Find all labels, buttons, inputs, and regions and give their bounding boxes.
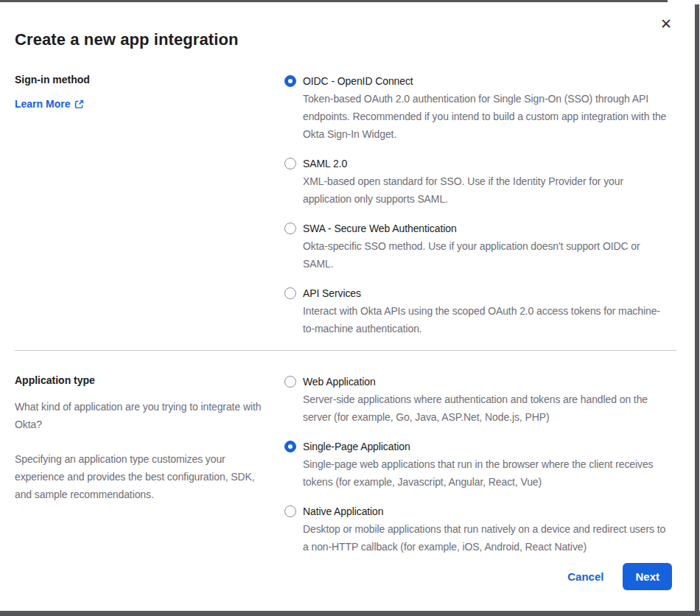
radio-option-native-application[interactable]: Native Application Desktop or mobile app… bbox=[284, 503, 669, 556]
radio-description: Okta-specific SSO method. Use if your ap… bbox=[303, 237, 669, 273]
radio-icon-saml[interactable] bbox=[284, 158, 296, 169]
cancel-button[interactable]: Cancel bbox=[567, 570, 603, 583]
radio-description: Token-based OAuth 2.0 authentication for… bbox=[303, 90, 669, 143]
radio-option-swa[interactable]: SWA - Secure Web Authentication Okta-spe… bbox=[284, 220, 669, 273]
window-edge-bottom bbox=[0, 611, 700, 616]
radio-label: Web Application bbox=[303, 373, 669, 391]
next-button[interactable]: Next bbox=[623, 563, 672, 590]
radio-label: Single-Page Application bbox=[303, 438, 669, 455]
window-edge-right bbox=[695, 4, 699, 616]
radio-icon-oidc[interactable] bbox=[284, 75, 296, 87]
radio-icon-native-application[interactable] bbox=[284, 505, 296, 517]
radio-description: Interact with Okta APIs using the scoped… bbox=[303, 302, 669, 337]
dialog-footer: Cancel Next bbox=[567, 563, 672, 590]
application-type-label: Application type bbox=[15, 373, 274, 388]
sign-in-method-label: Sign-in method bbox=[15, 72, 274, 87]
sign-in-method-section: Sign-in method Learn More bbox=[15, 72, 676, 337]
radio-icon-swa[interactable] bbox=[284, 223, 296, 234]
modal-window: ✕ Create a new app integration Sign-in m… bbox=[0, 0, 700, 616]
learn-more-link[interactable]: Learn More bbox=[15, 98, 84, 110]
application-type-intro-1: What kind of application are you trying … bbox=[15, 398, 274, 433]
radio-option-saml[interactable]: SAML 2.0 XML-based open standard for SSO… bbox=[284, 155, 669, 208]
radio-label: API Services bbox=[303, 284, 669, 302]
dialog-title: Create a new app integration bbox=[15, 29, 676, 50]
radio-label: Native Application bbox=[303, 503, 669, 520]
radio-option-oidc[interactable]: OIDC - OpenID Connect Token-based OAuth … bbox=[284, 72, 669, 143]
radio-option-api-services[interactable]: API Services Interact with Okta APIs usi… bbox=[284, 284, 669, 337]
radio-label: SWA - Secure Web Authentication bbox=[303, 220, 669, 237]
radio-description: Single-page web applications that run in… bbox=[303, 455, 669, 491]
radio-icon-api-services[interactable] bbox=[284, 287, 296, 299]
external-link-icon bbox=[74, 99, 84, 109]
close-icon[interactable]: ✕ bbox=[660, 17, 672, 31]
application-type-options: Web Application Server-side applications… bbox=[284, 373, 669, 556]
learn-more-label: Learn More bbox=[15, 98, 70, 110]
radio-description: Desktop or mobile applications that run … bbox=[303, 520, 669, 556]
create-app-integration-dialog: ✕ Create a new app integration Sign-in m… bbox=[0, 2, 693, 611]
radio-option-web-application[interactable]: Web Application Server-side applications… bbox=[284, 373, 669, 426]
radio-label: OIDC - OpenID Connect bbox=[303, 72, 669, 90]
application-type-section: Application type What kind of applicatio… bbox=[15, 373, 676, 556]
section-divider bbox=[15, 350, 676, 351]
radio-icon-single-page-application[interactable] bbox=[284, 441, 296, 452]
radio-label: SAML 2.0 bbox=[303, 155, 669, 172]
application-type-intro-2: Specifying an application type customize… bbox=[15, 450, 274, 503]
radio-option-single-page-application[interactable]: Single-Page Application Single-page web … bbox=[284, 438, 669, 491]
radio-description: XML-based open standard for SSO. Use if … bbox=[303, 172, 669, 208]
radio-icon-web-application[interactable] bbox=[284, 376, 296, 388]
sign-in-method-options: OIDC - OpenID Connect Token-based OAuth … bbox=[284, 72, 669, 337]
radio-description: Server-side applications where authentic… bbox=[303, 391, 669, 426]
